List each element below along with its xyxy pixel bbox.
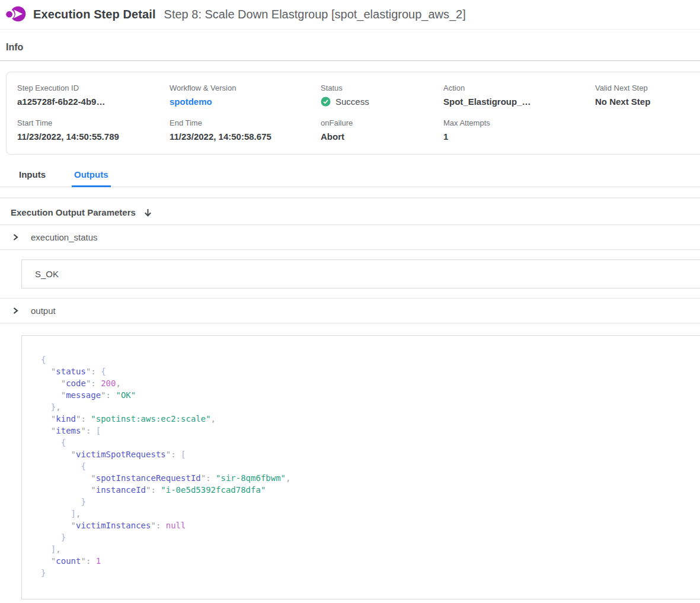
field-label: Status xyxy=(321,84,443,92)
status-badge: Success xyxy=(321,97,443,107)
tab-inputs[interactable]: Inputs xyxy=(17,168,48,187)
param-row-output[interactable]: output xyxy=(0,299,700,323)
field-value: Abort xyxy=(321,131,443,142)
step-info-card: Step Execution IDa125728f-6b22-4b9…Workf… xyxy=(6,72,700,155)
field-value: No Next Step xyxy=(595,97,688,107)
tab-outputs[interactable]: Outputs xyxy=(72,168,111,187)
spot-workflow-logo-icon xyxy=(6,5,26,23)
output-parameters-label: Execution Output Parameters xyxy=(11,207,136,217)
field-label: Max Attempts xyxy=(443,118,595,127)
param-name-execution-status: execution_status xyxy=(31,232,98,242)
field-status: StatusSuccess xyxy=(321,84,443,107)
info-section-heading: Info xyxy=(0,30,700,60)
page-subtitle: Step 8: Scale Down Elastgroup [spot_elas… xyxy=(164,8,466,21)
field-label: Step Execution ID xyxy=(17,84,170,92)
page-header: Execution Step Detail Step 8: Scale Down… xyxy=(0,0,700,30)
field-max-attempts: Max Attempts1 xyxy=(443,118,595,142)
field-label: Workflow & Version xyxy=(170,84,321,92)
step-info-grid: Step Execution IDa125728f-6b22-4b9…Workf… xyxy=(17,84,688,142)
page-title: Execution Step Detail xyxy=(33,8,156,21)
check-circle-icon xyxy=(321,97,331,107)
field-value: 11/23/2022, 14:50:58.675 xyxy=(170,131,321,142)
arrow-down-icon[interactable] xyxy=(143,208,152,217)
inputs-outputs-tabs: InputsOutputs xyxy=(0,168,700,187)
chevron-right-icon[interactable] xyxy=(12,233,19,241)
field-onfailure: onFailureAbort xyxy=(321,118,443,142)
output-json-code: { "status": { "code": 200, "message": "O… xyxy=(41,354,691,579)
field-start-time: Start Time11/23/2022, 14:50:55.789 xyxy=(17,118,170,142)
field-value: Spot_Elastigroup_… xyxy=(443,97,595,107)
section-divider xyxy=(0,249,700,250)
field-label: Valid Next Step xyxy=(595,84,688,92)
param-row-execution-status[interactable]: execution_status xyxy=(0,225,700,249)
field-action: ActionSpot_Elastigroup_… xyxy=(443,84,595,107)
field-label: End Time xyxy=(170,118,321,127)
field-label: Action xyxy=(443,84,595,92)
status-text: Success xyxy=(335,97,369,107)
execution-status-value: S_OK xyxy=(35,269,59,279)
field-value: 11/23/2022, 14:50:55.789 xyxy=(17,131,170,142)
field-label: onFailure xyxy=(321,118,443,127)
chevron-right-icon[interactable] xyxy=(12,307,19,315)
field-value: 1 xyxy=(443,131,595,142)
field-end-time: End Time11/23/2022, 14:50:58.675 xyxy=(170,118,321,142)
param-name-output: output xyxy=(31,306,56,316)
field-value: a125728f-6b22-4b9… xyxy=(17,97,170,107)
field-label: Start Time xyxy=(17,118,170,127)
section-divider xyxy=(0,323,700,323)
workflow-link[interactable]: spotdemo xyxy=(170,97,212,107)
field-workflow-version: Workflow & Versionspotdemo xyxy=(170,84,321,107)
output-json-box: { "status": { "code": 200, "message": "O… xyxy=(21,335,700,599)
output-parameters-heading: Execution Output Parameters xyxy=(0,198,700,224)
field-valid-next-step: Valid Next StepNo Next Step xyxy=(595,84,688,107)
execution-status-value-box: S_OK xyxy=(21,259,700,288)
info-divider xyxy=(0,60,700,61)
field-step-execution-id: Step Execution IDa125728f-6b22-4b9… xyxy=(17,84,170,107)
